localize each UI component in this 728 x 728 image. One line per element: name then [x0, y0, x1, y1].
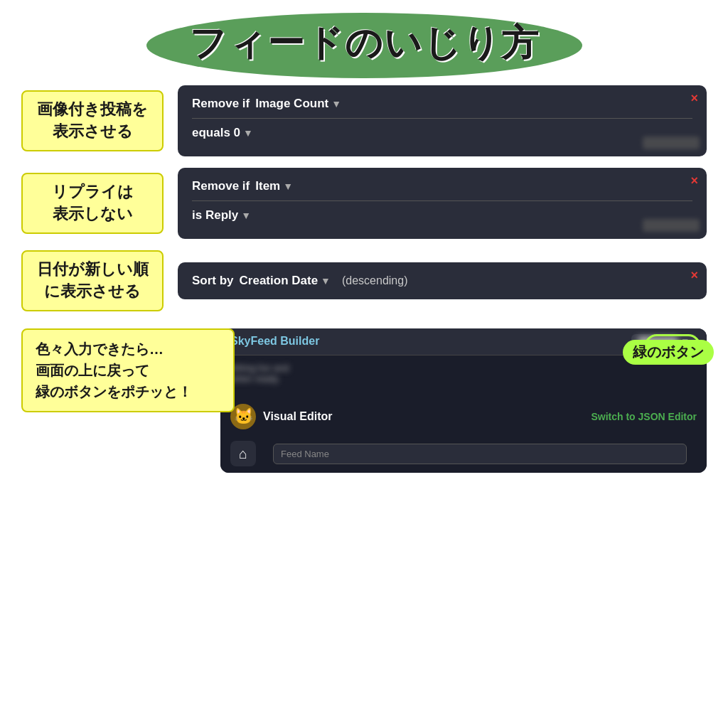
- app-title: SkyFeed Builder: [230, 335, 319, 348]
- bottom-label-line2: 画面の上に戻って: [36, 363, 149, 378]
- card-bottom-row-2: is Reply ▼: [192, 208, 692, 223]
- title-oval: フィードのいじり方: [146, 13, 582, 78]
- bottom-label-box: 色々入力できたら… 画面の上に戻って 緑のボタンをポチッと！: [21, 328, 235, 412]
- bottom-right-area: SkyFeed Builder ██████ ▼ ething fun and …: [220, 328, 707, 473]
- home-button[interactable]: ⌂: [230, 441, 256, 466]
- condition-value-1: Image Count: [255, 97, 328, 111]
- close-icon-2[interactable]: ×: [690, 173, 698, 188]
- row-image-filter: 画像付き投稿を表示させる × Remove if Image Count ▼ e…: [21, 85, 707, 156]
- app-avatar-row: 🐱 Visual Editor Switch to JSON Editor: [220, 398, 707, 435]
- row-reply-filter: リプライは表示しない × Remove if Item ▼ is Reply ▼: [21, 168, 707, 239]
- bottom-section: 色々入力できたら… 画面の上に戻って 緑のボタンをポチッと！ SkyFeed B…: [0, 328, 728, 473]
- main-content: 画像付き投稿を表示させる × Remove if Image Count ▼ e…: [0, 85, 728, 323]
- sort-arrow-icon: ▼: [321, 275, 331, 287]
- sort-order: (descending): [342, 274, 408, 287]
- sort-dropdown[interactable]: Creation Date ▼: [240, 274, 331, 288]
- card-reply-filter: × Remove if Item ▼ is Reply ▼: [178, 168, 707, 239]
- label-sort: 日付が新しい順に表示させる: [21, 250, 164, 311]
- blurred-area-2: [643, 219, 700, 232]
- remove-if-label: Remove if: [192, 97, 250, 111]
- blurred-area-1: [643, 136, 700, 149]
- visual-editor-label: Visual Editor: [263, 410, 333, 423]
- green-btn-label: 緑のボタン: [623, 340, 714, 365]
- dropdown-arrow-icon-2: ▼: [283, 181, 293, 192]
- value-dropdown-2[interactable]: is Reply ▼: [192, 208, 251, 223]
- card-image-filter: × Remove if Image Count ▼ equals 0 ▼: [178, 85, 707, 156]
- feed-name-input[interactable]: Feed Name: [273, 444, 687, 464]
- card-top-row: Remove if Image Count ▼: [192, 97, 692, 111]
- value-dropdown-1[interactable]: equals 0 ▼: [192, 126, 253, 140]
- avatar-emoji: 🐱: [234, 407, 253, 426]
- feed-name-placeholder: Feed Name: [281, 449, 329, 459]
- body-blurred-text: ething fun and: [230, 363, 289, 373]
- visual-editor-section: Visual Editor Switch to JSON Editor: [263, 410, 697, 423]
- condition-value-2: Item: [255, 179, 280, 193]
- value-text-2: is Reply: [192, 208, 238, 223]
- card-divider-2: [192, 200, 692, 201]
- label-image-filter: 画像付き投稿を表示させる: [21, 90, 164, 151]
- label-reply-filter: リプライは表示しない: [21, 173, 164, 234]
- card-divider-1: [192, 118, 692, 119]
- dropdown-arrow-icon-1b: ▼: [243, 127, 253, 139]
- dropdown-arrow-icon-1: ▼: [331, 98, 341, 109]
- card-bottom-row-1: equals 0 ▼: [192, 126, 692, 140]
- value-text-1: equals 0: [192, 126, 240, 140]
- sort-by-label: Sort by: [192, 274, 234, 288]
- row-sort: 日付が新しい順に表示させる × Sort by Creation Date ▼ …: [21, 250, 707, 311]
- title-container: フィードのいじり方: [0, 0, 728, 85]
- close-icon[interactable]: ×: [690, 91, 698, 106]
- sort-row: Sort by Creation Date ▼ (descending): [192, 274, 692, 288]
- sort-value: Creation Date: [240, 274, 318, 288]
- bottom-bar: ⌂ Feed Name: [220, 435, 707, 473]
- card-sort: × Sort by Creation Date ▼ (descending): [178, 262, 707, 299]
- remove-if-label-2: Remove if: [192, 179, 250, 193]
- body-blurred-text2: when ready.: [230, 373, 280, 384]
- dropdown-arrow-icon-2b: ▼: [241, 210, 251, 221]
- home-icon: ⌂: [239, 446, 247, 462]
- condition-dropdown-1[interactable]: Image Count ▼: [255, 97, 341, 111]
- green-btn-label-container: 緑のボタン: [623, 337, 714, 365]
- condition-dropdown-2[interactable]: Item ▼: [255, 179, 293, 193]
- json-editor-link[interactable]: Switch to JSON Editor: [591, 411, 697, 422]
- page-title: フィードのいじり方: [189, 22, 540, 63]
- bottom-label-line1: 色々入力できたら…: [36, 341, 164, 357]
- close-icon-3[interactable]: ×: [690, 268, 698, 283]
- card-top-row-2: Remove if Item ▼: [192, 179, 692, 193]
- bottom-label-line3: 緑のボタンをポチッと！: [36, 384, 192, 400]
